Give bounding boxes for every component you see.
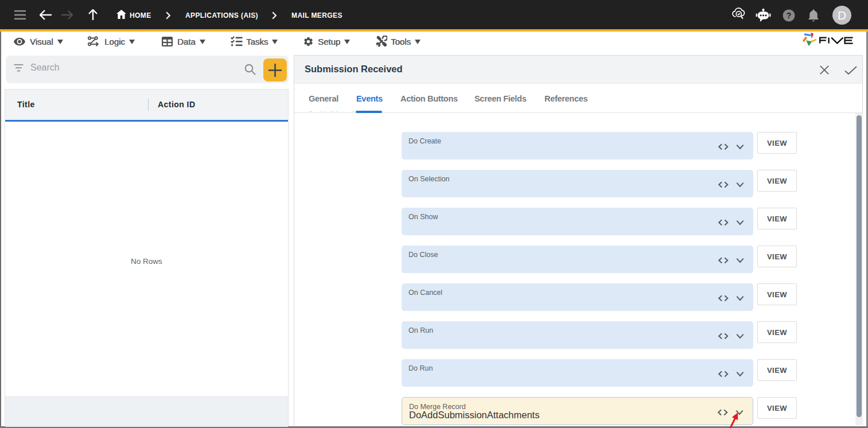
svg-text:?: ? <box>787 11 792 20</box>
